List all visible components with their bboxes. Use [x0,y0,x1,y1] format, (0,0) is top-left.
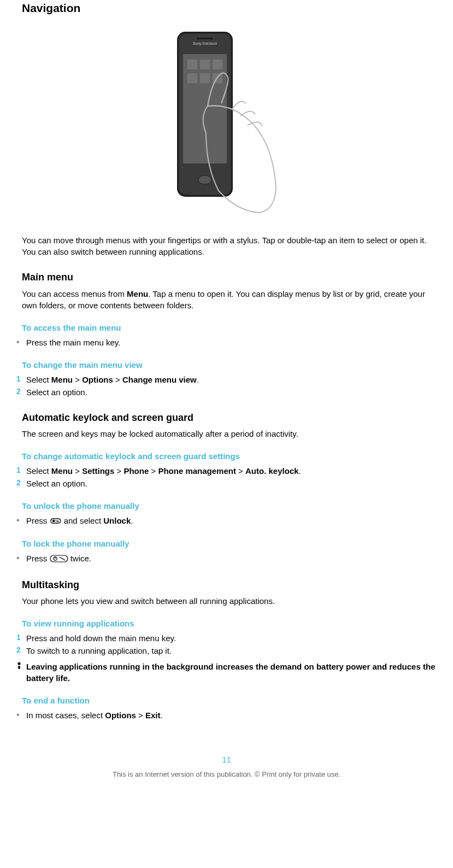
bullet-icon: • [16,515,26,525]
list-item: 2 Select an option. [16,478,437,489]
change-view-step2-text: Select an option. [26,386,437,398]
list-item: • Press twice. [16,553,437,565]
svg-rect-4 [187,60,197,69]
keylock-step2-text: Select an option. [26,478,437,489]
list-item: 1 Select Menu > Options > Change menu vi… [16,374,437,385]
keylock-text: The screen and keys may be locked automa… [16,428,437,439]
unlock-text: Press and select Unlock. [26,515,437,527]
keylock-change-heading: To change automatic keylock and screen g… [16,450,437,462]
svg-point-19 [17,662,20,665]
page-title: Navigation [16,0,437,16]
bullet-icon: • [16,709,26,720]
list-item: 1 Press and hold down the main menu key. [16,632,437,644]
key-icon [50,515,62,527]
step-number: 1 [16,374,26,385]
warning-text: Leaving applications running in the back… [26,661,437,684]
change-view-step1-text: Select Menu > Options > Change menu view… [26,374,437,385]
svg-rect-7 [187,73,197,83]
step-number: 2 [16,478,26,489]
bullet-icon: • [16,337,26,347]
svg-line-17 [60,557,65,560]
bullet-icon: • [16,553,26,563]
main-menu-heading: Main menu [16,271,437,284]
change-view-heading: To change the main menu view [16,359,437,371]
svg-rect-3 [183,54,227,163]
lock-heading: To lock the phone manually [16,538,437,549]
access-main-menu-heading: To access the main menu [16,322,437,333]
warning-icon [16,661,26,670]
page-number: 11 [16,754,437,765]
svg-rect-5 [200,60,210,69]
svg-rect-20 [18,666,20,669]
view-running-heading: To view running applications [16,618,437,629]
svg-point-13 [52,520,54,522]
svg-rect-14 [50,555,68,562]
end-function-text: In most cases, select Options > Exit. [26,709,437,721]
svg-text:Sony Ericsson: Sony Ericsson [192,42,217,46]
svg-point-12 [198,175,211,184]
svg-rect-11 [197,38,213,39]
main-menu-text: You can access menus from Menu. Tap a me… [16,288,437,311]
step-number: 1 [16,632,26,643]
multitasking-heading: Multitasking [16,578,437,592]
step-number: 1 [16,465,26,476]
phone-illustration: Sony Ericsson [16,27,437,218]
keylock-heading: Automatic keylock and screen guard [16,411,437,425]
view-step1-text: Press and hold down the main menu key. [26,632,437,644]
step-number: 2 [16,645,26,656]
svg-rect-6 [213,60,222,69]
unlock-heading: To unlock the phone manually [16,500,437,512]
list-item: 2 Select an option. [16,386,437,398]
list-item: 1 Select Menu > Settings > Phone > Phone… [16,465,437,477]
end-function-heading: To end a function [16,695,437,706]
intro-text: You can move through menus with your fin… [16,234,437,257]
access-step-text: Press the main menu key. [26,337,437,348]
list-item: • In most cases, select Options > Exit. [16,709,437,721]
power-button-icon [50,554,68,565]
keylock-step1-text: Select Menu > Settings > Phone > Phone m… [26,465,437,477]
step-number: 2 [16,386,26,397]
list-item: • Press and select Unlock. [16,515,437,527]
view-step2-text: To switch to a running application, tap … [26,645,437,656]
warning-note: Leaving applications running in the back… [16,661,437,684]
footer-note: This is an Internet version of this publ… [16,770,437,779]
svg-rect-8 [200,73,210,83]
list-item: 2 To switch to a running application, ta… [16,645,437,656]
svg-point-18 [62,558,63,559]
lock-text: Press twice. [26,553,437,565]
multitasking-text: Your phone lets you view and switch betw… [16,595,437,607]
list-item: • Press the main menu key. [16,337,437,348]
